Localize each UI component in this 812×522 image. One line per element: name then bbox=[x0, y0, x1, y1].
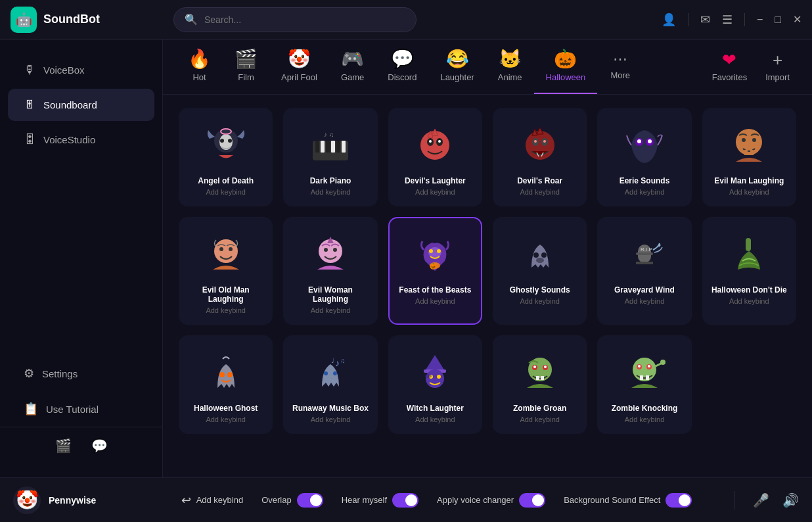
tab-game[interactable]: 🎮 Game bbox=[329, 39, 376, 94]
sound-card-halloween-dont-die[interactable]: Halloween Don't Die Add keybind bbox=[702, 217, 796, 325]
sound-card-ghostly[interactable]: Ghostly Sounds Add keybind bbox=[493, 217, 587, 325]
tab-hot[interactable]: 🔥 Hot bbox=[176, 39, 223, 94]
card-keybind-devils-roar[interactable]: Add keybind bbox=[520, 188, 560, 196]
svg-point-50 bbox=[541, 252, 547, 258]
card-name-evil-old-man: Evil Old Man Laughing bbox=[187, 285, 265, 304]
sound-card-devils-laughter[interactable]: Devil's Laughter Add keybind bbox=[388, 108, 482, 206]
hear-myself-knob bbox=[405, 494, 417, 506]
card-keybind-runaway[interactable]: Add keybind bbox=[311, 415, 351, 423]
add-keybind-button[interactable]: ↩ Add keybind bbox=[181, 493, 244, 508]
svg-rect-7 bbox=[321, 141, 325, 153]
menu-icon[interactable]: ☰ bbox=[722, 12, 733, 27]
card-keybind-halloween-ghost[interactable]: Add keybind bbox=[206, 415, 246, 423]
sound-card-angel-of-death[interactable]: Angel of Death Add keybind bbox=[179, 108, 273, 206]
svg-point-38 bbox=[219, 247, 223, 251]
bg-sound-toggle[interactable] bbox=[665, 493, 692, 508]
sound-card-runaway-music[interactable]: ♪ ♫ ♩ Runaway Music Box Add keybind bbox=[283, 335, 377, 434]
card-keybind-witch[interactable]: Add keybind bbox=[415, 415, 455, 423]
close-button[interactable]: ✕ bbox=[793, 13, 801, 26]
sound-card-dark-piano[interactable]: ♪ ♫ Dark Piano Add keybind bbox=[283, 108, 377, 206]
sidebar-item-voicestudio[interactable]: 🎛 VoiceStudio bbox=[8, 124, 154, 156]
sound-card-evil-woman[interactable]: Evil Woman Laughing Add keybind bbox=[283, 217, 377, 325]
bottom-bar: 🤡 Pennywise ↩ Add keybind Overlap Hear m… bbox=[0, 477, 812, 522]
card-keybind-graveyard[interactable]: Add keybind bbox=[625, 297, 665, 305]
svg-point-16 bbox=[429, 140, 432, 143]
svg-rect-83 bbox=[646, 375, 649, 380]
sound-card-feast-beasts[interactable]: 🎃 Feast of the Beasts Add keybind bbox=[388, 217, 482, 325]
discord-icon: 💬 bbox=[391, 50, 414, 68]
sound-card-witch[interactable]: Witch Laughter Add keybind bbox=[388, 335, 482, 434]
card-keybind-ghostly[interactable]: Add keybind bbox=[520, 297, 560, 305]
card-keybind-evil-man[interactable]: Add keybind bbox=[729, 188, 769, 196]
svg-point-69 bbox=[425, 374, 432, 378]
card-keybind-devils-laughter[interactable]: Add keybind bbox=[415, 188, 455, 196]
footer-icon-2[interactable]: 💬 bbox=[91, 438, 108, 454]
svg-point-59 bbox=[324, 371, 328, 375]
maximize-button[interactable]: □ bbox=[775, 14, 781, 26]
svg-point-42 bbox=[333, 248, 337, 252]
sound-card-evil-old-man[interactable]: Evil Old Man Laughing Add keybind bbox=[179, 217, 273, 325]
sound-card-graveyard[interactable]: R.I.P Graveyard Wind Add keybind bbox=[597, 217, 691, 325]
tab-laughter[interactable]: 😂 Laughter bbox=[428, 39, 485, 94]
tab-halloween-label: Halloween bbox=[546, 72, 586, 82]
card-keybind-zombie-knocking[interactable]: Add keybind bbox=[625, 415, 665, 423]
volume-icon[interactable]: 🔊 bbox=[782, 492, 799, 508]
card-name-devils-laughter: Devil's Laughter bbox=[405, 176, 466, 185]
sidebar-label-settings: Settings bbox=[42, 368, 78, 379]
svg-text:♪: ♪ bbox=[335, 358, 340, 368]
tab-import[interactable]: + Import bbox=[756, 41, 799, 93]
sound-card-halloween-ghost[interactable]: Halloween Ghost Add keybind bbox=[179, 335, 273, 434]
svg-point-68 bbox=[437, 375, 441, 379]
profile-icon[interactable]: 👤 bbox=[662, 12, 676, 27]
svg-point-34 bbox=[752, 138, 756, 142]
divider-1 bbox=[688, 13, 688, 26]
search-bar[interactable]: 🔍 bbox=[173, 7, 417, 32]
sidebar-item-settings[interactable]: ⚙ Settings bbox=[8, 357, 154, 390]
sound-card-zombie-groan[interactable]: Zombie Groan Add keybind bbox=[493, 335, 587, 434]
apply-voice-toggle[interactable] bbox=[519, 493, 545, 508]
hear-myself-toggle[interactable] bbox=[392, 493, 418, 508]
card-keybind-eerie[interactable]: Add keybind bbox=[625, 188, 665, 196]
card-name-dark-piano: Dark Piano bbox=[310, 176, 351, 185]
sidebar-item-soundboard[interactable]: 🎚 Soundboard bbox=[8, 89, 154, 121]
card-keybind-angel[interactable]: Add keybind bbox=[206, 188, 246, 196]
svg-point-57 bbox=[219, 372, 225, 377]
sidebar-item-tutorial[interactable]: 📋 Use Tutorial bbox=[8, 392, 154, 425]
card-keybind-halloween-dont[interactable]: Add keybind bbox=[729, 297, 769, 305]
search-input[interactable] bbox=[204, 14, 405, 25]
tab-april-fool[interactable]: 🤡 April Fool bbox=[269, 39, 329, 94]
tab-discord[interactable]: 💬 Discord bbox=[376, 39, 428, 94]
sidebar-item-voicebox[interactable]: 🎙 VoiceBox bbox=[8, 54, 154, 86]
tab-halloween[interactable]: 🎃 Halloween bbox=[534, 39, 598, 94]
card-keybind-dark-piano[interactable]: Add keybind bbox=[311, 188, 351, 196]
minimize-button[interactable]: − bbox=[757, 14, 763, 26]
overlap-knob bbox=[310, 494, 322, 506]
footer-icon-1[interactable]: 🎬 bbox=[55, 438, 72, 454]
sound-card-eerie-sounds[interactable]: Eerie Sounds Add keybind bbox=[597, 108, 691, 206]
svg-text:🎃: 🎃 bbox=[430, 262, 438, 270]
svg-point-2 bbox=[220, 139, 224, 143]
overlap-toggle[interactable] bbox=[297, 493, 323, 508]
tutorial-icon: 📋 bbox=[24, 402, 38, 416]
keybind-icon: ↩ bbox=[181, 493, 191, 508]
bottom-divider bbox=[734, 491, 734, 510]
mail-icon[interactable]: ✉ bbox=[700, 12, 710, 27]
april-fool-icon: 🤡 bbox=[288, 50, 311, 68]
card-keybind-zombie-groan[interactable]: Add keybind bbox=[520, 415, 560, 423]
tab-film[interactable]: 🎬 Film bbox=[223, 39, 269, 94]
tab-anime[interactable]: 🐱 Anime bbox=[486, 39, 534, 94]
sound-card-zombie-knocking[interactable]: Zombie Knocking Add keybind bbox=[597, 335, 691, 434]
sound-card-devils-roar[interactable]: Devil's Roar Add keybind bbox=[493, 108, 587, 206]
sound-card-evil-man[interactable]: Evil Man Laughing Add keybind bbox=[702, 108, 796, 206]
card-keybind-feast[interactable]: Add keybind bbox=[415, 297, 455, 305]
tab-favorites[interactable]: ❤ Favorites bbox=[703, 41, 756, 93]
svg-point-23 bbox=[534, 140, 537, 143]
tab-more[interactable]: ⋯ More bbox=[597, 41, 643, 92]
card-keybind-evil-woman[interactable]: Add keybind bbox=[311, 306, 351, 314]
card-img-evil-man bbox=[726, 122, 772, 168]
card-keybind-evil-old-man[interactable]: Add keybind bbox=[206, 306, 246, 314]
card-name-halloween-dont: Halloween Don't Die bbox=[711, 285, 787, 295]
microphone-icon[interactable]: 🎤 bbox=[753, 492, 769, 508]
now-playing-avatar: 🤡 bbox=[13, 486, 41, 514]
card-name-zombie-knocking: Zombie Knocking bbox=[612, 404, 678, 413]
